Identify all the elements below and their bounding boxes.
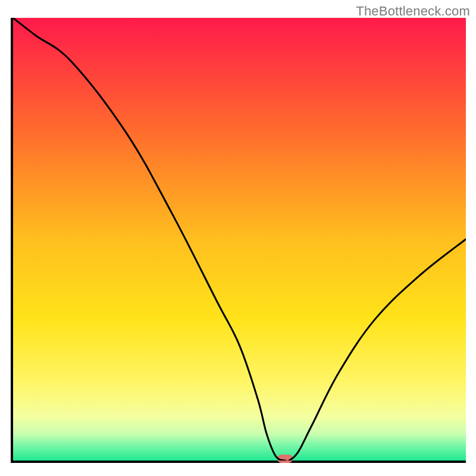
curve-path [13, 18, 466, 461]
bottleneck-curve [13, 18, 466, 461]
chart-plot-area [11, 18, 466, 463]
watermark-text: TheBottleneck.com [356, 4, 470, 19]
